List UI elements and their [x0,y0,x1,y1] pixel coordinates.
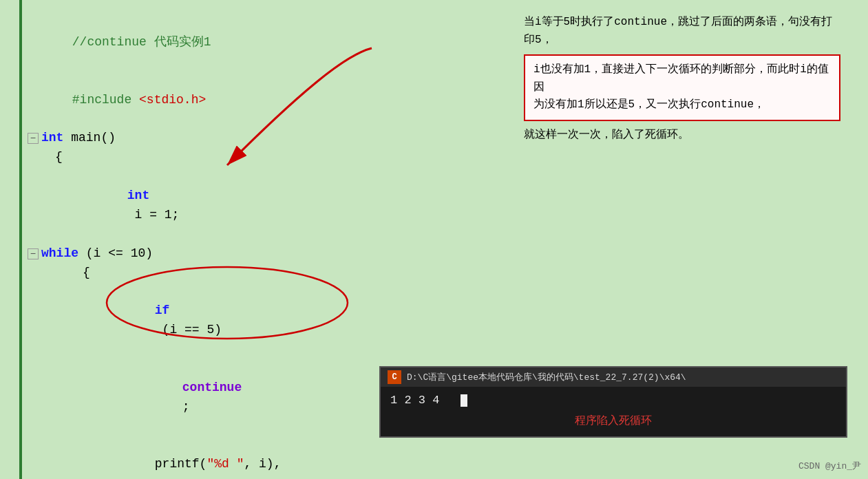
terminal-cursor [461,394,467,407]
collapse-marker-2[interactable]: − [28,248,39,259]
include-line: #include <stdio.h> [28,72,385,129]
func-def-line: − int main() [28,129,385,148]
code-area: //continue 代码实例1 #include <stdio.h> − in… [28,14,385,479]
main-container: //continue 代码实例1 #include <stdio.h> − in… [0,0,868,479]
terminal-body: 1 2 3 4 程序陷入死循环 [381,387,846,436]
var-decl-line: int i = 1; [83,167,385,244]
annotation-bottom: 就这样一次一次，陷入了死循环。 [524,127,840,145]
watermark: CSDN @yin_尹 [798,460,861,472]
while-line: − while (i <= 10) [28,244,385,264]
terminal-output: 1 2 3 4 [390,394,836,407]
terminal-window: C D:\C语言\gitee本地代码仓库\我的代码\test_22_7.27(2… [379,366,847,438]
brace-open-2: { [83,264,385,283]
continue-line: continue ; [138,359,385,436]
terminal-note: 程序陷入死循环 [390,411,836,429]
if-line: if (i == 5) [110,282,385,359]
printf-line: printf("%d ", i), [110,436,385,479]
terminal-title: D:\C语言\gitee本地代码仓库\我的代码\test_22_7.27(2)\… [407,371,686,383]
brace-open-1: { [55,148,385,167]
terminal-header: C D:\C语言\gitee本地代码仓库\我的代码\test_22_7.27(2… [381,368,846,387]
annotation-top: 当i等于5时执行了continue，跳过了后面的两条语，句没有打印5， [524,14,840,49]
annotation-box: i也没有加1，直接进入下一次循环的判断部分，而此时i的值因为没有加1所以还是5，… [524,54,840,121]
annotation-area: 当i等于5时执行了continue，跳过了后面的两条语，句没有打印5， i也没有… [524,14,840,145]
collapse-marker-1[interactable]: − [28,133,39,144]
comment-line: //continue 代码实例1 [28,14,385,72]
left-border [19,0,22,479]
terminal-icon: C [388,370,401,384]
